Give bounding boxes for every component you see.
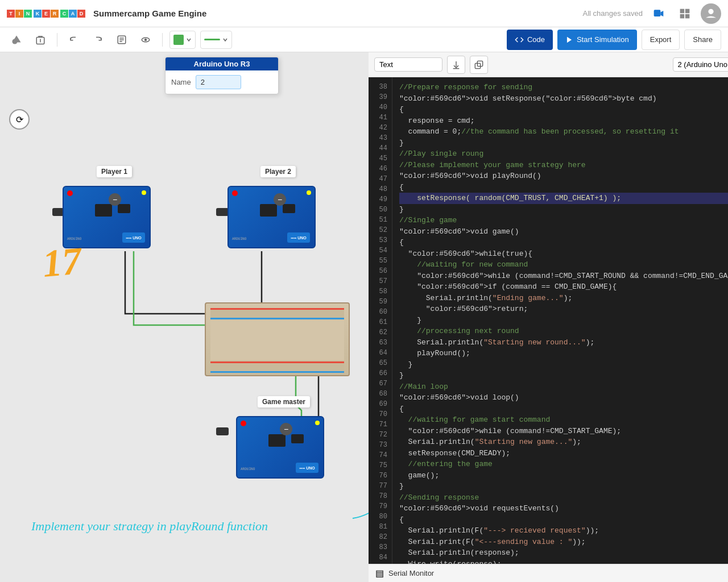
component-select[interactable]: 2 (Arduino Uno R3) 1 (Arduino Uno R3) 3 … [673, 57, 728, 72]
arduino-board-player2[interactable]: ∞∞ UNO ARDUINO [228, 186, 316, 248]
line-number: 40 [369, 102, 392, 113]
shapes-btn[interactable] [7, 31, 26, 49]
minus-icon-p2[interactable]: − [274, 193, 286, 206]
chevron-down-icon-2 [222, 37, 228, 43]
serial-monitor-label: Serial Monitor [388, 569, 434, 577]
line-number: 78 [369, 491, 392, 501]
code-line: { [399, 182, 728, 193]
code-line: playRound(); [399, 348, 728, 359]
code-editor[interactable]: 3839404142434445464748495051525354555657… [369, 77, 728, 564]
code-content[interactable]: //Prepare response for sending"color:#56… [392, 77, 728, 564]
rotate-btn[interactable]: ⟳ [9, 109, 30, 130]
line-number: 39 [369, 92, 392, 102]
eye-btn[interactable] [136, 31, 155, 49]
notes-icon [117, 35, 127, 45]
color-picker-btn[interactable] [169, 31, 196, 49]
video-icon [653, 8, 664, 19]
svg-point-16 [144, 38, 147, 41]
eye-icon [140, 35, 151, 45]
download-icon [452, 60, 461, 69]
code-line: //Play single roung [399, 148, 728, 160]
layout-icon-btn[interactable] [675, 3, 695, 24]
line-number: 47 [369, 174, 392, 184]
line-number: 51 [369, 215, 392, 225]
redo-btn[interactable] [88, 31, 107, 49]
code-line: //waiting for new command [399, 259, 728, 271]
code-line: { [399, 404, 728, 415]
line-number: 56 [369, 266, 392, 276]
line-style-btn[interactable] [200, 31, 232, 49]
code-line: "color:#569cd6">while (command!=CMD_STAR… [399, 271, 728, 282]
logo-cell-e: E [42, 10, 50, 18]
redo-icon [93, 35, 103, 45]
code-line: "color:#569cd6">return; [399, 304, 728, 315]
simulate-btn[interactable]: Start Simulation [557, 30, 637, 50]
line-number: 69 [369, 399, 392, 409]
line-number: 42 [369, 123, 392, 133]
breadboard[interactable] [205, 302, 350, 376]
line-number: 48 [369, 184, 392, 194]
code-line: } [399, 204, 728, 215]
chip-p2-2 [283, 204, 295, 213]
code-line: //processing next round [399, 326, 728, 337]
serial-monitor-icon: ▤ [375, 568, 384, 579]
code-line: //entering the game [399, 459, 728, 470]
line-number: 59 [369, 297, 392, 307]
code-line: //Prepare response for sending [399, 82, 728, 93]
logo-cell-a: A [69, 10, 77, 18]
tinkercad-logo[interactable]: T I N K E R C A D [7, 10, 85, 18]
line-number: 64 [369, 348, 392, 358]
copy-btn[interactable] [470, 56, 488, 74]
line-number: 55 [369, 256, 392, 266]
undo-btn[interactable] [64, 31, 84, 49]
trash-icon [35, 35, 46, 45]
svg-marker-1 [660, 11, 663, 16]
code-line: { [399, 237, 728, 248]
code-line: Serial.println(response); [399, 547, 728, 559]
chip-gm-2 [291, 434, 304, 443]
line-style-preview [204, 39, 220, 40]
line-number: 66 [369, 368, 392, 379]
code-line: Serial.println("Starting new round..."); [399, 337, 728, 348]
export-btn[interactable]: Export [642, 30, 680, 50]
line-number: 44 [369, 143, 392, 153]
player1-label: Player 1 [97, 166, 132, 177]
minus-icon-p1[interactable]: − [109, 193, 121, 206]
serial-monitor-bar[interactable]: ▤ Serial Monitor ▲ [369, 564, 728, 582]
logo-cell-k: K [34, 10, 42, 18]
user-avatar[interactable] [701, 3, 721, 24]
code-line: setResponse( random(CMD_TRUST, CMD_CHEAT… [399, 193, 728, 204]
line-number: 49 [369, 194, 392, 205]
svg-rect-5 [685, 14, 690, 18]
code-line: } [399, 370, 728, 381]
minus-icon-gm[interactable]: − [280, 423, 292, 435]
code-type-select[interactable]: Text Blocks Hex [374, 57, 442, 72]
logo-cell-d: D [77, 10, 85, 18]
video-icon-btn[interactable] [648, 3, 669, 24]
chip-gm [268, 434, 286, 447]
name-input[interactable] [196, 75, 241, 89]
line-number: 79 [369, 501, 392, 512]
delete-btn[interactable] [31, 31, 50, 49]
line-number: 80 [369, 512, 392, 522]
code-line: Serial.println(F("---> recieved request"… [399, 525, 728, 537]
toolbar: Code Start Simulation Export Share [0, 27, 728, 52]
line-number: 65 [369, 358, 392, 368]
notes-btn[interactable] [112, 31, 131, 49]
code-toolbar: Text Blocks Hex 2 (Arduino Uno R3) 1 (Ar… [369, 52, 728, 77]
code-btn[interactable]: Code [507, 30, 553, 50]
canvas-area[interactable]: ⟳ Arduino Uno R3 Name [0, 52, 369, 582]
share-btn[interactable]: Share [684, 30, 721, 50]
code-line: "color:#569cd6">void loop() [399, 392, 728, 404]
gamemaster-label: Game master [258, 396, 310, 408]
copy-icon [474, 60, 483, 69]
arduino-label-text-gm: ARDUINO [241, 467, 255, 471]
code-brackets-icon [515, 35, 524, 44]
line-number: 50 [369, 205, 392, 215]
svg-rect-2 [680, 9, 685, 13]
arduino-component-popup: Arduino Uno R3 Name [165, 57, 279, 94]
chevron-down-icon [186, 37, 192, 43]
line-number: 43 [369, 133, 392, 143]
line-number: 70 [369, 409, 392, 419]
download-btn[interactable] [447, 56, 465, 74]
